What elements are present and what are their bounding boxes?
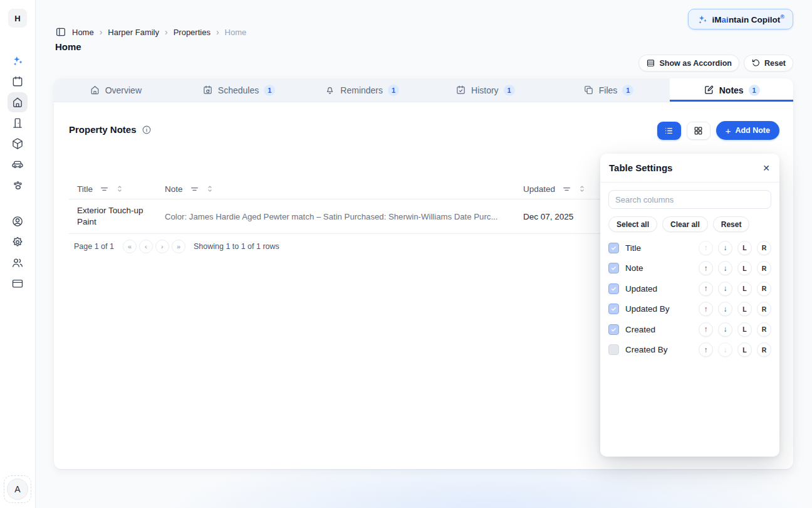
pin-right-button[interactable]: R bbox=[757, 342, 771, 357]
move-up-button[interactable]: ↑ bbox=[699, 342, 713, 357]
sidebar-item-billing[interactable] bbox=[8, 273, 28, 294]
sidebar-item-car[interactable] bbox=[8, 154, 28, 174]
clear-all-button[interactable]: Clear all bbox=[662, 216, 708, 232]
filter-icon[interactable] bbox=[100, 184, 109, 194]
move-down-button[interactable]: ↓ bbox=[718, 322, 732, 337]
calendar-icon bbox=[11, 75, 24, 88]
pin-left-button[interactable]: L bbox=[737, 322, 752, 337]
sidebar-item-door[interactable] bbox=[8, 113, 28, 133]
pin-right-button[interactable]: R bbox=[757, 241, 771, 255]
column-row-created-by: Created By ↑ ↓ L R bbox=[608, 340, 771, 361]
reset-button[interactable]: Reset bbox=[744, 55, 793, 71]
sidebar-toggle-icon[interactable] bbox=[55, 26, 66, 38]
move-up-button[interactable]: ↑ bbox=[699, 261, 713, 275]
checkbox[interactable] bbox=[608, 324, 619, 335]
column-label: Note bbox=[625, 263, 643, 273]
sidebar-item-profile[interactable] bbox=[8, 211, 28, 231]
move-up-button[interactable]: ↑ bbox=[699, 302, 713, 316]
tab-badge: 1 bbox=[264, 85, 275, 96]
list-view-button[interactable] bbox=[657, 122, 681, 140]
avatar[interactable]: A bbox=[7, 479, 28, 500]
last-page-button[interactable]: » bbox=[172, 240, 185, 253]
first-page-button[interactable]: « bbox=[123, 240, 137, 253]
checkbox[interactable] bbox=[608, 243, 619, 253]
column-label: Updated By bbox=[625, 304, 670, 314]
sidebar-item-box[interactable] bbox=[8, 134, 28, 154]
reset-columns-button[interactable]: Reset bbox=[713, 216, 750, 232]
tab-schedules[interactable]: Schedules 1 bbox=[177, 78, 301, 102]
breadcrumb-family[interactable]: Harper Family bbox=[108, 28, 159, 37]
tab-reminders[interactable]: Reminders 1 bbox=[300, 78, 424, 102]
panel-body: Select all Clear all Reset Title ↑ ↓ L R bbox=[600, 183, 779, 360]
tab-notes[interactable]: Notes 1 bbox=[670, 78, 793, 102]
breadcrumb-current: Home bbox=[225, 28, 247, 37]
select-all-button[interactable]: Select all bbox=[608, 216, 657, 232]
move-down-button[interactable]: ↓ bbox=[718, 261, 732, 275]
column-row-created: Created ↑ ↓ L R bbox=[608, 319, 771, 340]
note-text: Color: James Hardie Aged Pewter match – … bbox=[165, 212, 497, 221]
grid-view-button[interactable] bbox=[687, 122, 710, 140]
column-header-note[interactable]: Note bbox=[165, 184, 183, 194]
pin-left-button[interactable]: L bbox=[737, 342, 752, 357]
copilot-button[interactable]: iMaintain Copilot® bbox=[688, 9, 793, 29]
filter-icon[interactable] bbox=[190, 184, 199, 194]
pin-left-button[interactable]: L bbox=[737, 302, 752, 316]
panel-header: Table Settings ✕ bbox=[600, 154, 779, 183]
sort-icon[interactable] bbox=[206, 184, 214, 193]
sidebar-item-paw[interactable] bbox=[8, 175, 28, 195]
search-columns-input[interactable] bbox=[608, 190, 771, 209]
calendar-check-icon bbox=[455, 85, 466, 95]
next-page-button[interactable]: › bbox=[155, 240, 169, 253]
tab-label: History bbox=[471, 85, 499, 95]
move-down-button[interactable]: ↓ bbox=[718, 282, 732, 296]
close-icon[interactable]: ✕ bbox=[763, 164, 770, 172]
column-label: Updated bbox=[625, 284, 657, 294]
column-header-updated[interactable]: Updated bbox=[523, 184, 555, 194]
breadcrumb-home[interactable]: Home bbox=[72, 28, 94, 37]
column-header-title[interactable]: Title bbox=[77, 184, 93, 194]
sidebar-item-members[interactable] bbox=[8, 253, 28, 273]
sort-icon[interactable] bbox=[578, 184, 586, 193]
sort-icon[interactable] bbox=[116, 184, 123, 193]
table-settings-panel: Table Settings ✕ Select all Clear all Re… bbox=[600, 154, 779, 457]
pin-right-button[interactable]: R bbox=[757, 261, 771, 275]
pin-right-button[interactable]: R bbox=[757, 302, 771, 316]
move-up-button[interactable]: ↑ bbox=[699, 322, 713, 337]
move-up-button[interactable]: ↑ bbox=[699, 241, 713, 255]
move-down-button[interactable]: ↓ bbox=[718, 302, 732, 316]
sidebar-item-calendar[interactable] bbox=[8, 71, 28, 92]
avatar-container: A bbox=[4, 475, 31, 503]
panel-title: Table Settings bbox=[609, 162, 672, 173]
home-icon bbox=[11, 96, 24, 108]
breadcrumb: Home › Harper Family › Properties › Home bbox=[55, 26, 246, 38]
breadcrumb-properties[interactable]: Properties bbox=[174, 28, 211, 37]
app-logo[interactable]: H bbox=[8, 9, 27, 28]
sidebar-item-home[interactable] bbox=[8, 92, 28, 112]
prev-page-button[interactable]: ‹ bbox=[139, 240, 153, 253]
pin-right-button[interactable]: R bbox=[757, 282, 771, 296]
chevron-right-icon: › bbox=[100, 28, 103, 36]
tab-overview[interactable]: Overview bbox=[54, 78, 177, 102]
info-icon[interactable] bbox=[142, 125, 152, 135]
checkbox[interactable] bbox=[608, 344, 619, 355]
pin-left-button[interactable]: L bbox=[737, 261, 752, 275]
checkbox[interactable] bbox=[608, 304, 619, 314]
filter-icon[interactable] bbox=[562, 184, 571, 194]
column-label: Created By bbox=[625, 345, 668, 354]
tab-files[interactable]: Files 1 bbox=[547, 78, 670, 102]
pin-right-button[interactable]: R bbox=[757, 322, 771, 337]
tab-history[interactable]: History 1 bbox=[424, 78, 547, 102]
note-title: Exterior Touch-up Paint bbox=[77, 205, 157, 228]
move-down-button[interactable]: ↓ bbox=[718, 241, 732, 255]
sidebar-item-settings[interactable] bbox=[8, 232, 28, 252]
add-note-button[interactable]: + Add Note bbox=[716, 121, 779, 140]
sidebar-item-copilot[interactable] bbox=[8, 51, 28, 71]
move-down-button[interactable]: ↓ bbox=[718, 342, 732, 357]
move-up-button[interactable]: ↑ bbox=[699, 282, 713, 296]
tab-label: Notes bbox=[719, 85, 744, 95]
checkbox[interactable] bbox=[608, 263, 619, 273]
show-as-accordion-button[interactable]: Show as Accordion bbox=[638, 55, 739, 71]
checkbox[interactable] bbox=[608, 283, 619, 294]
pin-left-button[interactable]: L bbox=[737, 282, 752, 296]
pin-left-button[interactable]: L bbox=[737, 241, 752, 255]
